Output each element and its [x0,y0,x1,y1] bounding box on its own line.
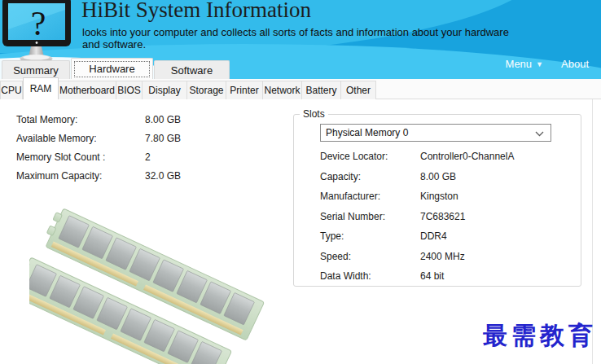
ram-tab-page: Total Memory: 8.00 GB Available Memory: … [0,99,601,364]
about-button-label: About [561,58,589,70]
available-memory-value: 7.80 GB [145,133,181,145]
memory-slot-count-row: Memory Slot Count : 2 [16,151,181,164]
type-row: Type: DDR4 [320,230,574,243]
tab-summary-label: Summary [13,64,59,77]
capacity-value: 8.00 GB [420,171,456,183]
tab-software[interactable]: Software [154,60,230,79]
main-tab-bar: Summary Hardware Software [2,58,230,79]
memory-summary-panel: Total Memory: 8.00 GB Available Memory: … [16,114,181,182]
menu-button-label: Menu [506,58,533,70]
menu-button[interactable]: Menu ▼ [506,58,543,70]
tab-other[interactable]: Other [341,81,376,99]
tab-hardware[interactable]: Hardware [71,58,153,79]
total-memory-label: Total Memory: [16,114,145,126]
maximum-capacity-row: Maximum Capacity: 32.0 GB [16,170,181,182]
tab-ram-label: RAM [30,83,52,94]
page-title: HiBit System Information [81,0,311,23]
tab-motherboard[interactable]: Motherboard [59,81,116,99]
tab-summary[interactable]: Summary [2,60,70,79]
tab-cpu-label: CPU [1,85,21,96]
app-header: ? HiBit System Information looks into yo… [0,0,601,79]
tab-other-label: Other [346,85,371,96]
tab-ram[interactable]: RAM [23,77,59,99]
tab-motherboard-label: Motherboard [59,85,115,96]
data-width-label: Data Width: [320,270,420,283]
tab-bios[interactable]: BIOS [116,81,143,99]
type-value: DDR4 [420,230,447,243]
tab-bios-label: BIOS [117,85,141,96]
memory-slot-count-label: Memory Slot Count : [16,151,145,164]
tab-cpu[interactable]: CPU [0,81,23,99]
capacity-label: Capacity: [320,171,420,183]
about-button[interactable]: About [561,58,589,70]
watermark-text: 最需教育 [483,319,597,353]
serial-number-row: Serial Number: 7C683621 [320,211,574,223]
tab-display-label: Display [148,85,180,96]
data-width-row: Data Width: 64 bit [320,270,574,283]
subtitle-line-1: looks into your computer and collects al… [82,26,579,38]
monitor-question-icon: ? [0,0,75,65]
chevron-down-icon [535,131,544,137]
tab-display[interactable]: Display [143,81,187,99]
device-locator-label: Device Locator: [320,151,420,163]
hibit-system-information-window: ? HiBit System Information looks into yo… [0,0,601,364]
capacity-row: Capacity: 8.00 GB [320,171,574,183]
tab-printer-label: Printer [230,85,258,96]
serial-number-label: Serial Number: [320,211,420,223]
tab-battery[interactable]: Battery [302,81,341,99]
chevron-down-icon: ▼ [536,60,543,68]
slot-detail-fields: Device Locator: Controller0-ChannelA Cap… [320,151,574,283]
slot-select-value: Physical Memory 0 [326,127,408,138]
page-subtitle: looks into your computer and collects al… [82,26,579,50]
data-width-value: 64 bit [420,270,444,283]
tab-printer[interactable]: Printer [226,81,263,99]
tab-network[interactable]: Network [263,81,302,99]
tab-software-label: Software [171,64,213,77]
speed-value: 2400 MHz [420,251,465,263]
svg-text:?: ? [31,5,46,42]
sub-tabs: CPU RAM Motherboard BIOS Display Storage… [0,79,601,99]
tab-battery-label: Battery [305,85,336,96]
maximum-capacity-label: Maximum Capacity: [16,170,145,182]
total-memory-row: Total Memory: 8.00 GB [16,114,181,126]
header-links: Menu ▼ About [506,58,589,70]
available-memory-row: Available Memory: 7.80 GB [16,133,181,145]
device-locator-value: Controller0-ChannelA [420,151,514,163]
hardware-sub-tab-bar: CPU RAM Motherboard BIOS Display Storage… [0,79,601,99]
available-memory-label: Available Memory: [16,133,145,145]
speed-label: Speed: [320,251,420,263]
ram-modules-image [29,207,271,364]
manufacturer-value: Kingston [420,191,458,203]
device-locator-row: Device Locator: Controller0-ChannelA [320,151,574,163]
tab-hardware-label: Hardware [89,63,134,75]
total-memory-value: 8.00 GB [145,114,181,126]
tab-network-label: Network [264,85,300,96]
type-label: Type: [320,230,420,243]
memory-slot-count-value: 2 [145,151,151,164]
tab-storage[interactable]: Storage [187,81,226,99]
speed-row: Speed: 2400 MHz [320,251,574,263]
slots-group-label: Slots [300,108,328,120]
subtitle-line-2: and software. [82,38,579,50]
manufacturer-row: Manufacturer: Kingston [320,191,574,203]
serial-number-value: 7C683621 [420,211,465,223]
tab-storage-label: Storage [189,85,223,96]
slot-select-dropdown[interactable]: Physical Memory 0 [320,124,551,142]
maximum-capacity-value: 32.0 GB [145,170,181,182]
manufacturer-label: Manufacturer: [320,191,420,203]
slots-group-box: Slots Physical Memory 0 Device Locator: … [293,114,581,287]
